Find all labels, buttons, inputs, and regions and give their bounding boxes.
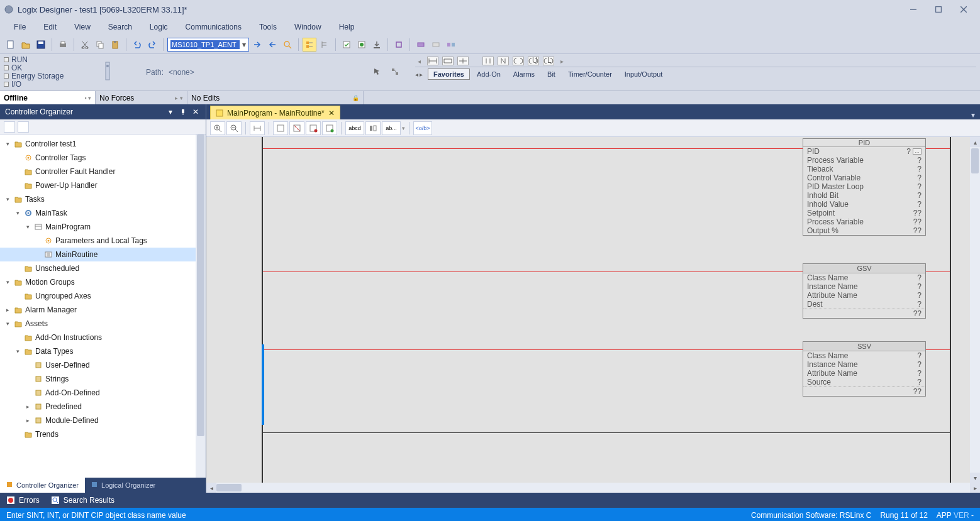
block-row[interactable]: Inhold Value? [803, 200, 925, 209]
search-button[interactable] [281, 38, 294, 52]
xic-icon[interactable] [482, 57, 494, 65]
scroll-right-icon[interactable]: ▸ [558, 58, 566, 65]
instruction-block[interactable]: SSVClass Name?Instance Name?Attribute Na… [803, 341, 926, 397]
tree-node[interactable]: ▾Motion Groups [0, 275, 206, 289]
element-tab-alarms[interactable]: Alarms [508, 69, 540, 80]
editor-tab-menu[interactable]: ▾ [966, 111, 980, 119]
menu-search[interactable]: Search [99, 20, 141, 34]
menu-file[interactable]: File [5, 20, 35, 34]
tree-node[interactable]: Trends [0, 427, 206, 441]
ladder-area[interactable]: 9PIDPID?…Process Variable?Tieback?Contro… [206, 137, 980, 483]
element-tab-inputoutput[interactable]: Input/Output [619, 69, 669, 80]
tree-node[interactable]: ▸Alarm Manager [0, 303, 206, 317]
toggle-button[interactable] [365, 121, 381, 135]
rung[interactable]: 11SSVClass Name?Instance Name?Attribute … [262, 344, 951, 425]
branch-level-icon[interactable] [457, 57, 469, 65]
tree-node[interactable]: User-Defined [0, 358, 206, 372]
block-row[interactable]: Instance Name? [803, 360, 925, 369]
menu-help[interactable]: Help [330, 20, 364, 34]
tree-node[interactable]: ▾Data Types [0, 344, 206, 358]
organizer-tab[interactable]: Controller Organizer [0, 478, 85, 493]
zoom-in-button[interactable] [210, 121, 225, 135]
abcd-button[interactable]: abcd [345, 121, 364, 135]
tree-node[interactable]: MainRoutine [0, 248, 206, 261]
search-results-button[interactable]: Search Results [51, 496, 114, 505]
block-row[interactable]: Control Variable? [803, 173, 925, 182]
compare-button[interactable] [444, 38, 458, 52]
scroll-left-icon[interactable]: ◂ [206, 483, 216, 493]
tree-node[interactable]: Unscheduled [0, 261, 206, 275]
block-row[interactable]: Dest? [803, 300, 925, 309]
tree-node[interactable]: ▾MainProgram [0, 220, 206, 234]
module-button[interactable] [392, 38, 406, 52]
hscroll-thumb[interactable] [216, 484, 242, 491]
network-icon[interactable] [391, 67, 401, 77]
tree-node[interactable]: ▾MainTask [0, 206, 206, 220]
undo-button[interactable] [130, 38, 144, 52]
block-row[interactable]: Attribute Name? [803, 291, 925, 300]
block-row[interactable]: Instance Name? [803, 282, 925, 291]
tree-node[interactable]: Strings [0, 372, 206, 386]
ote-icon[interactable] [513, 57, 524, 65]
block-row[interactable]: Class Name? [803, 351, 925, 360]
edits-cell[interactable]: No Edits🔒 [187, 91, 364, 104]
tree-node[interactable]: ▸Module-Defined [0, 414, 206, 427]
block-row[interactable]: PID?… [803, 147, 925, 156]
menu-edit[interactable]: Edit [35, 20, 65, 34]
tag-dropdown[interactable]: ▾ [167, 38, 249, 52]
expand-icon[interactable]: ▾ [24, 224, 31, 230]
organizer-tree[interactable]: ▾Controller test1Controller TagsControll… [0, 134, 206, 478]
rung[interactable]: 10GSVClass Name?Instance Name?Attribute … [262, 266, 951, 336]
tab-right-icon[interactable]: ▸ [420, 71, 423, 78]
open-button[interactable] [19, 38, 33, 52]
errors-panel-button[interactable]: Errors [6, 496, 40, 505]
block-row[interactable]: Source? [803, 378, 925, 387]
element-tab-bit[interactable]: Bit [542, 69, 561, 80]
block-row[interactable]: Output %?? [803, 226, 925, 235]
tree-node[interactable]: Ungrouped Axes [0, 289, 206, 303]
close-button[interactable] [951, 1, 976, 18]
tree-node[interactable]: ▾Assets [0, 317, 206, 331]
element-tab-addon[interactable]: Add-On [471, 69, 506, 80]
menu-tools[interactable]: Tools [250, 20, 286, 34]
vertical-scrollbar[interactable]: ▴ ▾ [970, 137, 980, 483]
rung[interactable]: 9PIDPID?…Process Variable?Tieback?Contro… [262, 143, 951, 256]
block-row[interactable]: PID Master Loop? [803, 182, 925, 191]
expand-icon[interactable]: ▾ [4, 279, 11, 285]
scroll-thumb[interactable] [971, 148, 979, 173]
tag-dropdown-input[interactable] [170, 40, 240, 49]
expand-icon[interactable]: ▾ [4, 196, 11, 202]
instruction-block[interactable]: PIDPID?…Process Variable?Tieback?Control… [803, 138, 926, 236]
scroll-right-icon[interactable]: ▸ [970, 483, 980, 493]
expand-icon[interactable]: ▸ [24, 403, 31, 410]
otu-icon[interactable]: U [528, 57, 539, 65]
ladder-main[interactable]: 9PIDPID?…Process Variable?Tieback?Contro… [262, 137, 970, 483]
tree-node[interactable]: ▾Controller test1 [0, 137, 206, 151]
print-button[interactable] [56, 38, 70, 52]
tree-node[interactable]: Power-Up Handler [0, 178, 206, 192]
show-all-icon[interactable] [18, 121, 29, 133]
otl-icon[interactable]: L [543, 57, 554, 65]
test-edits-button[interactable] [322, 121, 337, 135]
pointer-icon[interactable] [373, 67, 383, 77]
element-tab-timercounter[interactable]: Timer/Counter [562, 69, 618, 80]
accept-edits-button[interactable] [273, 121, 288, 135]
expand-icon[interactable]: ▾ [14, 348, 21, 354]
expand-icon[interactable]: ▸ [4, 307, 11, 313]
edit-rung-button[interactable] [250, 121, 265, 135]
pin-icon[interactable] [178, 107, 188, 117]
expand-icon[interactable]: ▾ [4, 321, 11, 327]
save-button[interactable] [34, 38, 48, 52]
xio-icon[interactable] [498, 57, 509, 65]
browse-logic-button[interactable] [303, 38, 316, 52]
go-to-button[interactable] [250, 38, 264, 52]
verify-button[interactable] [340, 38, 354, 52]
tree-node[interactable]: Parameters and Local Tags [0, 234, 206, 248]
editor-tab[interactable]: MainProgram - MainRoutine* ✕ [210, 106, 340, 119]
copy-button[interactable] [93, 38, 107, 52]
offline-button[interactable] [429, 38, 443, 52]
close-panel-icon[interactable]: ✕ [191, 107, 201, 117]
online-button[interactable] [414, 38, 428, 52]
tab-left-icon[interactable]: ◂ [415, 71, 418, 78]
menu-view[interactable]: View [65, 20, 99, 34]
